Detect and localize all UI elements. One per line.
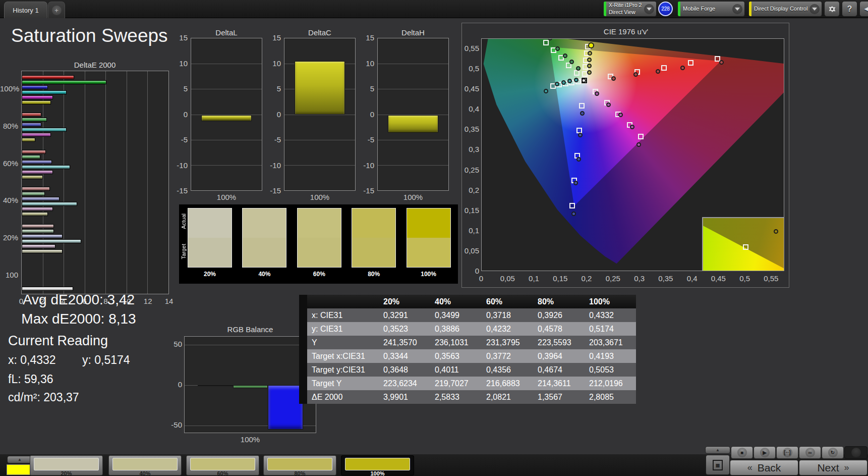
table-row: Target y:CIE310,36480,40110,43560,46740,…	[299, 363, 636, 377]
cie-y-tick: 0,55	[462, 44, 479, 52]
cie-y-tick: 0,3	[462, 145, 479, 153]
actual-swatch	[188, 208, 232, 238]
deltae-bar-red	[22, 187, 50, 191]
target-swatch	[298, 238, 341, 267]
previous-page-button[interactable]: ◀	[859, 1, 868, 17]
deltae-bar-magenta	[22, 95, 53, 99]
prev-page-icon: ◀	[864, 6, 868, 12]
cie-measure-blue	[571, 211, 576, 216]
cie-measure-yellow	[587, 64, 592, 68]
stop-measure-button[interactable]: ■	[706, 455, 730, 475]
back-button[interactable]: « Back	[730, 460, 798, 475]
cie-measure-magenta	[636, 142, 641, 147]
deltae2000-chart-title: DeltaE 2000	[74, 61, 116, 69]
gridline	[185, 345, 316, 345]
deltae-group-label: 20%	[0, 233, 18, 242]
deltaH-y-tick: 5	[360, 84, 374, 93]
meter-dropdown[interactable]: X-Rite i1Pro 2 Direct View	[603, 1, 657, 17]
target-swatch	[243, 238, 286, 267]
swatch-compare-60%	[297, 208, 341, 268]
cie-measure-cyan	[574, 78, 578, 82]
source-dropdown[interactable]: Mobile Forge	[677, 1, 745, 17]
refresh-button[interactable]: ↻	[822, 446, 844, 459]
table-row-lead	[299, 349, 307, 363]
cie-target-blue	[579, 103, 585, 109]
table-value-cell: 0,4356	[482, 365, 533, 375]
swatch-compare-40%	[242, 208, 286, 268]
gridline	[378, 89, 448, 89]
deltae-bar-green	[22, 118, 47, 122]
deltaC-title: DeltaC	[308, 28, 331, 37]
collapse-patch-tray-button[interactable]: ▲	[7, 456, 32, 463]
swatch-compare-100%	[407, 208, 451, 268]
deltae-bar-magenta	[22, 244, 55, 248]
patch-button-100%[interactable]: 100%	[341, 455, 414, 475]
patch-button-60%[interactable]: 60%	[186, 455, 259, 475]
cie-x-tick: 0,1	[529, 274, 539, 283]
app-window: History 1 + X-Rite i1Pro 2 Direct View 2…	[0, 0, 868, 476]
table-value-cell: 203,3671	[585, 338, 636, 347]
table-column-header: 100%	[585, 297, 636, 306]
deltae-bar-cyan	[22, 165, 70, 169]
deltae-bar-blue	[22, 197, 60, 201]
patch-color	[267, 458, 332, 470]
next-button-label: Next	[817, 462, 839, 474]
settings-button[interactable]	[824, 1, 840, 17]
cie-measure-red	[680, 66, 685, 70]
table-row-lead	[299, 390, 307, 404]
cie-y-tick: 0	[462, 267, 479, 275]
table-row-lead	[299, 336, 307, 349]
cie-measure-green	[569, 60, 574, 64]
cie-measure-yellow	[588, 51, 592, 56]
deltaH-x-label: 100%	[403, 193, 423, 201]
deltae-bar-yellow	[22, 175, 43, 179]
tab-history-1[interactable]: History 1	[4, 2, 47, 18]
patch-button-20%[interactable]: 20%	[30, 455, 103, 475]
deltae-bar-yellow	[22, 287, 73, 291]
gridline	[378, 165, 448, 166]
cie-target-green	[543, 40, 549, 45]
cie-measure-red	[656, 69, 660, 74]
stop-button[interactable]: ■	[731, 446, 753, 459]
cie-zoom-inset	[702, 217, 784, 271]
display-control-dropdown[interactable]: Direct Display Control	[748, 1, 822, 17]
table-column-header: 60%	[482, 297, 533, 306]
deltae-bar-green	[22, 229, 54, 233]
deltaC-y-tick: 0	[267, 110, 281, 119]
deltaC-y-tick: 10	[267, 59, 281, 68]
play-button[interactable]: ▶	[754, 446, 776, 459]
table-value-cell: 2,8085	[585, 393, 636, 402]
table-value-cell: 0,3499	[430, 311, 482, 320]
current-x-readout: x: 0,4332	[8, 353, 56, 367]
continuous-button[interactable]: ∞	[799, 446, 821, 459]
actual-swatch	[243, 208, 286, 238]
patch-button-80%[interactable]: 80%	[263, 455, 336, 475]
double-chevron-left-icon: «	[747, 462, 753, 473]
chevron-down-icon	[732, 4, 742, 14]
next-button[interactable]: Next »	[799, 460, 867, 475]
collapse-transport-button[interactable]: ▲	[705, 446, 730, 454]
cie-x-tick: 0,05	[500, 274, 515, 283]
actual-swatch	[352, 208, 395, 238]
gridline	[147, 71, 148, 294]
rgb-y-tick: 0	[165, 380, 182, 389]
deltaL-y-tick: -15	[173, 186, 188, 195]
deltaL-y-tick: 0	[173, 110, 188, 119]
patch-button-40%[interactable]: 40%	[108, 455, 182, 475]
add-tab-button[interactable]: +	[48, 2, 65, 18]
table-column-header: 20%	[379, 297, 430, 306]
deltaL-y-tick: -10	[173, 161, 188, 170]
meter-count-badge[interactable]: 228	[658, 2, 673, 16]
cie-measure-magenta	[606, 102, 611, 107]
display-dropdown-label: Direct Display Control	[751, 6, 809, 13]
table-row: Target x:CIE310,33440,35630,37720,39640,…	[299, 349, 636, 363]
disabled-transport-button[interactable]	[844, 446, 867, 459]
help-button[interactable]: ?	[842, 1, 857, 17]
table-row: y: CIE310,35230,38860,42320,45780,5174	[299, 322, 636, 336]
table-value-cell: 231,3795	[482, 338, 533, 347]
table-value-cell: 0,4193	[585, 352, 636, 361]
table-value-cell: 0,3291	[379, 311, 430, 320]
table-value-cell: 223,5593	[533, 338, 585, 347]
deltaC-y-tick: 5	[267, 84, 281, 93]
loop-range-button[interactable]: [··]	[776, 446, 798, 459]
